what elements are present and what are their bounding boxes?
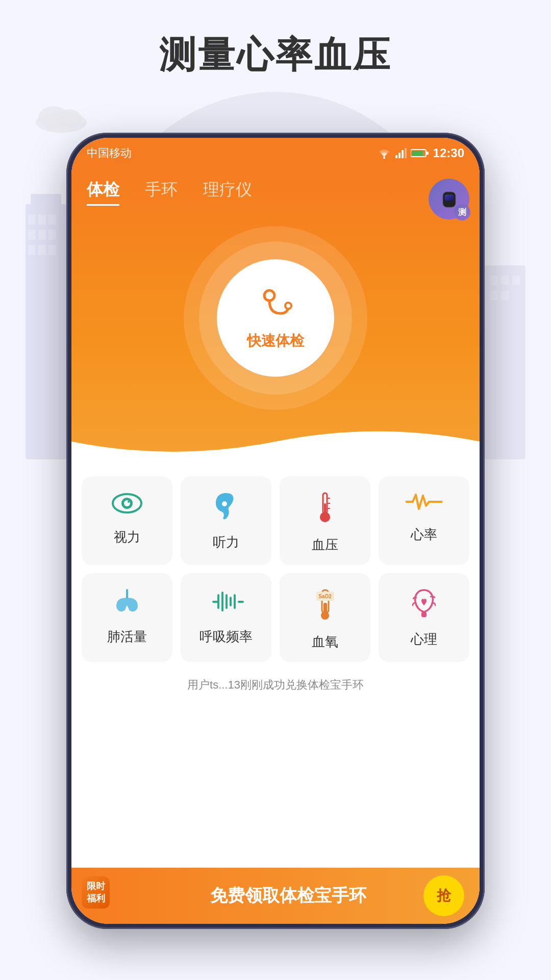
svg-rect-29 <box>501 276 509 285</box>
svg-rect-53 <box>412 151 423 156</box>
svg-rect-10 <box>48 245 56 255</box>
svg-rect-5 <box>28 230 36 240</box>
breath-icon <box>208 587 244 620</box>
svg-rect-48 <box>395 155 397 158</box>
stethoscope-icon <box>255 285 296 326</box>
notification-bar: 用户ts...13刚刚成功兑换体检宝手环 <box>82 670 469 700</box>
svg-point-81 <box>321 611 329 620</box>
wave-divider <box>71 421 480 462</box>
quick-check-button[interactable]: 快速体检 <box>217 259 334 377</box>
phone-frame: 中国移动 <box>66 133 485 929</box>
pulse-container: 快速体检 <box>87 221 464 420</box>
tab-therapy[interactable]: 理疗仪 <box>203 179 252 206</box>
phone-screen: 中国移动 <box>71 138 480 924</box>
svg-point-64 <box>128 501 130 503</box>
grid-label-mental: 心理 <box>411 630 437 648</box>
grid-item-hearing[interactable]: 听力 <box>181 476 271 565</box>
svg-text:SaO2: SaO2 <box>318 594 332 599</box>
grid-item-mental[interactable]: 心理 <box>379 573 469 662</box>
svg-rect-32 <box>501 291 509 300</box>
tab-bracelet[interactable]: 手环 <box>145 179 178 206</box>
svg-rect-8 <box>28 245 36 255</box>
grid-row-1: 视力 听力 <box>82 476 469 565</box>
svg-rect-0 <box>26 204 66 459</box>
grid-item-lung[interactable]: 肺活量 <box>82 573 172 662</box>
promo-text: 免费领取体检宝手环 <box>210 884 366 908</box>
svg-point-58 <box>264 290 274 301</box>
svg-rect-1 <box>31 194 61 209</box>
wristband-badge[interactable]: 测 <box>429 179 469 219</box>
svg-rect-30 <box>512 276 520 285</box>
thermometer-icon <box>315 491 335 528</box>
grid-item-oxygen[interactable]: SaO2 血氧 <box>280 573 370 662</box>
svg-rect-54 <box>427 152 429 155</box>
grid-label-hearing: 听力 <box>213 533 239 551</box>
grid-item-heart-rate[interactable]: 心率 <box>379 476 469 565</box>
promo-grab-button[interactable]: 抢 <box>423 875 464 916</box>
page-title: 测量心率血压 <box>0 31 551 80</box>
orange-area: 体检 手环 理疗仪 <box>71 168 480 461</box>
grid-label-vision: 视力 <box>114 528 140 546</box>
pulse-ring-mid: 快速体检 <box>199 241 352 395</box>
carrier-label: 中国移动 <box>87 145 132 161</box>
oxygen-icon: SaO2 <box>314 587 337 625</box>
grid-item-vision[interactable]: 视力 <box>82 476 172 565</box>
svg-point-60 <box>286 304 290 308</box>
quick-check-label: 快速体检 <box>247 331 304 351</box>
svg-point-47 <box>383 157 385 159</box>
grid-label-heart-rate: 心率 <box>411 526 437 544</box>
signal-icon <box>395 148 407 158</box>
grid-label-breath: 呼吸频率 <box>199 628 253 646</box>
status-time: 12:30 <box>433 146 464 160</box>
battery-icon <box>411 149 429 158</box>
wifi-icon <box>377 148 391 159</box>
svg-point-65 <box>222 501 227 506</box>
status-bar: 中国移动 <box>71 138 480 168</box>
svg-rect-6 <box>38 230 46 240</box>
svg-rect-7 <box>48 230 56 240</box>
promo-bar[interactable]: 限时 福利 免费领取体检宝手环 抢 <box>71 868 480 924</box>
lungs-icon <box>111 587 144 620</box>
svg-rect-3 <box>38 214 46 225</box>
ear-icon <box>213 491 239 525</box>
grid-item-blood-pressure[interactable]: 血压 <box>280 476 370 565</box>
notification-text: 用户ts...13刚刚成功兑换体检宝手环 <box>187 678 364 691</box>
svg-rect-2 <box>28 214 36 225</box>
grid-row-2: 肺活量 呼吸频率 <box>82 573 469 662</box>
grid-label-oxygen: 血氧 <box>312 633 338 651</box>
svg-rect-84 <box>421 612 427 617</box>
status-icons: 12:30 <box>377 146 464 160</box>
svg-point-68 <box>320 512 330 522</box>
heartrate-icon <box>406 491 442 518</box>
wristband-label: 测 <box>454 204 470 220</box>
promo-badge: 限时 福利 <box>82 876 110 909</box>
grid-item-breath[interactable]: 呼吸频率 <box>181 573 271 662</box>
tab-bar: 体检 手环 理疗仪 <box>87 179 464 206</box>
white-area: 视力 听力 <box>71 461 480 710</box>
svg-rect-9 <box>38 245 46 255</box>
grid-label-lung: 肺活量 <box>107 628 147 646</box>
eye-icon <box>112 491 142 520</box>
svg-rect-49 <box>398 153 400 158</box>
tab-physical[interactable]: 体检 <box>87 179 119 206</box>
svg-rect-50 <box>402 150 404 158</box>
grid-label-blood-pressure: 血压 <box>312 536 338 554</box>
svg-rect-57 <box>445 194 454 201</box>
svg-rect-28 <box>490 276 497 285</box>
pulse-ring-outer: 快速体检 <box>184 226 367 410</box>
svg-rect-31 <box>490 291 497 300</box>
wristband-circle: 测 <box>429 179 469 219</box>
svg-rect-4 <box>48 214 56 225</box>
svg-rect-51 <box>405 148 407 158</box>
brain-icon <box>410 587 438 622</box>
